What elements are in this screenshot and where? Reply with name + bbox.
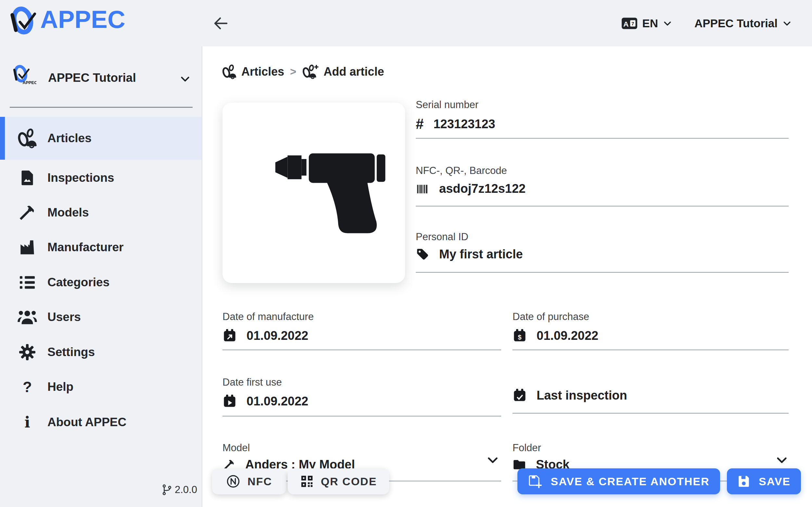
chevron-down-icon[interactable] [179,73,191,85]
brand-name: APPEC [40,7,125,32]
date-first-use-value: 01.09.2022 [247,394,308,408]
drill-image [231,110,397,276]
qr-code-icon [300,474,314,488]
save-button-label: SAVE [759,475,791,488]
sidebar-workspace-label: APPEC Tutorial [48,71,136,85]
sidebar-item-label: Inspections [47,171,114,185]
document-icon [17,167,38,188]
serial-number-input[interactable]: # 123123123 [416,117,495,131]
add-article-icon [302,64,319,79]
serial-number-field: Serial number [416,99,478,111]
code-input[interactable]: asdoj7z12s122 [416,182,525,196]
nfc-button-label: NFC [248,475,272,488]
field-underline [416,138,789,138]
sidebar-workspace-switcher[interactable]: APPEC APPEC Tutorial [0,59,202,98]
sidebar-item-label: Models [47,206,89,219]
date-of-purchase-input[interactable]: $ 01.09.2022 [513,329,598,343]
save-button[interactable]: SAVE [727,468,801,494]
sidebar-item-inspections[interactable]: Inspections [0,160,202,195]
nfc-button[interactable]: NFC [212,468,286,494]
back-arrow-icon[interactable] [212,14,230,33]
last-inspection-placeholder: Last inspection [537,389,627,402]
sidebar-divider [10,107,193,108]
date-of-manufacture-value: 01.09.2022 [247,329,308,343]
carabiner-logo-icon: APPEC [11,62,36,89]
sidebar-item-label: Users [47,310,81,324]
breadcrumb-root-label: Articles [241,65,284,78]
field-label: Personal ID [416,231,468,243]
users-icon [17,307,38,328]
article-image-card[interactable] [222,103,405,283]
question-icon: ? [17,377,38,397]
date-of-manufacture-field: Date of manufacture [222,311,314,323]
chevron-down-icon[interactable] [486,453,500,467]
git-branch-icon [162,484,172,496]
chevron-down-icon[interactable] [663,18,672,28]
date-first-use-input[interactable]: 01.09.2022 [222,394,308,408]
svg-text:APPEC: APPEC [22,80,36,85]
field-label: Model [222,442,250,454]
appec-app: APPEC A 7 EN APPEC Tutorial AP [0,0,812,507]
sidebar-item-models[interactable]: Models [0,195,202,230]
personal-id-input[interactable]: My first article [416,247,523,261]
sidebar-item-help[interactable]: ? Help [0,370,202,404]
date-of-purchase-field: Date of purchase [513,311,589,323]
sidebar-item-articles[interactable]: Articles [0,117,202,160]
carabiner-logo-icon [8,3,40,36]
personal-id-field: Personal ID [416,231,468,243]
breadcrumb-add-article: Add article [302,64,384,79]
sidebar-item-about[interactable]: i About APPEC [0,405,202,440]
breadcrumb-articles[interactable]: Articles [222,64,284,79]
field-label: Date of purchase [513,311,589,323]
language-selector[interactable]: EN [642,17,658,30]
qr-code-button-label: QR CODE [321,475,377,488]
sidebar: APPEC APPEC Tutorial Articles Inspection… [0,46,202,507]
sidebar-item-settings[interactable]: Settings [0,335,202,370]
field-label: Serial number [416,99,478,111]
last-inspection-input[interactable]: Last inspection [513,388,627,402]
list-icon [17,272,38,293]
sidebar-item-manufacturer[interactable]: Manufacturer [0,230,202,265]
sidebar-item-label: Settings [47,345,95,359]
field-label: Date first use [222,377,282,388]
field-underline [222,416,501,416]
chevron-down-icon[interactable] [782,18,792,28]
breadcrumb-current-label: Add article [323,65,384,78]
app-version: 2.0.0 [162,484,197,496]
code-field: NFC-, QR-, Barcode [416,165,507,177]
factory-icon [17,237,38,258]
save-icon [737,474,751,488]
top-bar: APPEC A 7 EN APPEC Tutorial [0,0,812,46]
workspace-selector[interactable]: APPEC Tutorial [695,17,777,30]
barcode-icon [416,182,429,196]
breadcrumb: Articles > Add article [222,64,384,79]
info-icon: i [17,412,38,433]
sidebar-item-categories[interactable]: Categories [0,265,202,299]
code-value: asdoj7z12s122 [439,182,525,196]
field-underline [416,206,789,207]
breadcrumb-separator: > [290,66,296,78]
model-field: Model [222,442,250,454]
gear-icon [17,342,38,362]
app-logo[interactable]: APPEC [8,3,125,36]
chevron-down-icon[interactable] [775,453,789,467]
serial-number-value: 123123123 [433,117,495,131]
field-label: Folder [513,442,541,454]
svg-text:7: 7 [631,20,634,26]
save-and-create-another-button[interactable]: SAVE & CREATE ANOTHER [517,468,720,494]
hammer-icon [17,202,38,223]
articles-icon [17,128,38,149]
articles-icon [222,64,237,79]
field-underline [416,272,789,273]
folder-field: Folder [513,442,541,454]
sidebar-item-label: Categories [47,276,109,289]
personal-id-value: My first article [439,247,523,261]
sidebar-item-users[interactable]: Users [0,299,202,334]
active-indicator-bar [0,117,5,160]
field-underline [513,350,789,350]
calendar-export-icon [222,329,237,343]
qr-code-button[interactable]: QR CODE [288,468,389,494]
calendar-dollar-icon: $ [513,329,527,343]
date-of-manufacture-input[interactable]: 01.09.2022 [222,329,308,343]
field-underline [222,350,501,350]
